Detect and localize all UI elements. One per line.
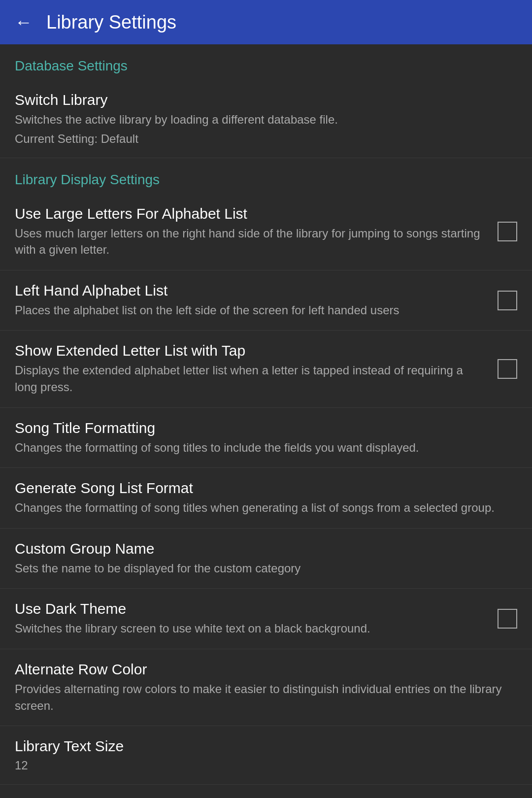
setting-text-custom-group: Custom Group Name Sets the name to be di… — [15, 540, 517, 577]
setting-title-dark-theme: Use Dark Theme — [15, 600, 488, 617]
settings-content: Database Settings Switch Library Switche… — [0, 44, 532, 798]
setting-title-extended-letter: Show Extended Letter List with Tap — [15, 342, 488, 359]
setting-title-switch-library: Switch Library — [15, 92, 517, 108]
setting-desc-extended-letter: Displays the extended alphabet letter li… — [15, 362, 488, 395]
setting-title-alternate-row: Alternate Row Color — [15, 661, 517, 678]
setting-title-library-size: Library Text Size — [15, 738, 517, 755]
setting-switch-library[interactable]: Switch Library Switches the active libra… — [0, 80, 532, 158]
setting-extended-letter[interactable]: Show Extended Letter List with Tap Displ… — [0, 331, 532, 407]
setting-song-title-formatting[interactable]: Song Title Formatting Changes the format… — [0, 408, 532, 468]
setting-text-library-size: Library Text Size 12 — [15, 738, 517, 772]
setting-current-library-size: 12 — [15, 759, 517, 772]
setting-current-switch-library: Current Setting: Default — [15, 132, 517, 146]
setting-dark-theme[interactable]: Use Dark Theme Switches the library scre… — [0, 589, 532, 649]
setting-custom-group-name[interactable]: Custom Group Name Sets the name to be di… — [0, 529, 532, 589]
checkbox-use-large-letters[interactable] — [498, 222, 517, 241]
setting-library-text-size[interactable]: Library Text Size 12 — [0, 726, 532, 785]
setting-desc-left-hand-alphabet: Places the alphabet list on the left sid… — [15, 302, 488, 319]
setting-title-song-title: Song Title Formatting — [15, 420, 517, 436]
checkbox-extended-letter[interactable] — [498, 359, 517, 379]
setting-text-generate-song: Generate Song List Format Changes the fo… — [15, 480, 517, 516]
setting-title-large-letters: Use Large Letters For Alphabet List — [15, 205, 488, 222]
setting-desc-custom-group: Sets the name to be displayed for the cu… — [15, 560, 517, 577]
setting-text-alignment[interactable]: Text Alignment Determines how to align t… — [0, 785, 532, 798]
setting-text-dark-theme: Use Dark Theme Switches the library scre… — [15, 600, 498, 637]
setting-text-left-hand-alphabet: Left Hand Alphabet List Places the alpha… — [15, 282, 498, 319]
setting-alternate-row[interactable]: Alternate Row Color Provides alternating… — [0, 649, 532, 726]
page-title: Library Settings — [46, 12, 176, 33]
setting-text-alternate-row: Alternate Row Color Provides alternating… — [15, 661, 517, 714]
back-button[interactable]: ← — [15, 12, 33, 33]
setting-desc-switch-library: Switches the active library by loading a… — [15, 111, 517, 128]
setting-text-extended-letter: Show Extended Letter List with Tap Displ… — [15, 342, 498, 395]
setting-text-large-letters: Use Large Letters For Alphabet List Uses… — [15, 205, 498, 258]
header: ← Library Settings — [0, 0, 532, 44]
setting-desc-dark-theme: Switches the library screen to use white… — [15, 620, 488, 637]
checkbox-dark-theme[interactable] — [498, 609, 517, 629]
setting-text-song-title: Song Title Formatting Changes the format… — [15, 420, 517, 456]
setting-desc-alternate-row: Provides alternating row colors to make … — [15, 681, 517, 714]
setting-desc-large-letters: Uses much larger letters on the right ha… — [15, 225, 488, 258]
setting-title-left-hand-alphabet: Left Hand Alphabet List — [15, 282, 488, 299]
checkbox-left-hand-alphabet[interactable] — [498, 291, 517, 310]
setting-text-switch-library: Switch Library Switches the active libra… — [15, 92, 517, 146]
setting-title-custom-group: Custom Group Name — [15, 540, 517, 557]
setting-desc-generate-song: Changes the formatting of song titles wh… — [15, 499, 517, 516]
section-header-display: Library Display Settings — [0, 158, 532, 194]
section-header-database: Database Settings — [0, 44, 532, 80]
setting-use-large-letters[interactable]: Use Large Letters For Alphabet List Uses… — [0, 194, 532, 270]
setting-left-hand-alphabet[interactable]: Left Hand Alphabet List Places the alpha… — [0, 270, 532, 331]
setting-title-generate-song: Generate Song List Format — [15, 480, 517, 497]
setting-generate-song-list[interactable]: Generate Song List Format Changes the fo… — [0, 468, 532, 529]
setting-desc-song-title: Changes the formatting of song titles to… — [15, 439, 517, 456]
